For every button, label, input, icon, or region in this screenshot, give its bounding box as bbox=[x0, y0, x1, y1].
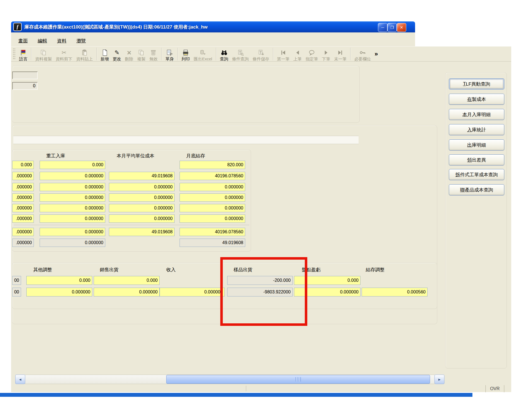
toolbar-button-detail[interactable]: 單身 bbox=[163, 47, 176, 61]
month-end-field[interactable]: 40196.078560 bbox=[180, 228, 245, 236]
toolbar-button-query[interactable]: 查詢 bbox=[218, 47, 230, 61]
export-excel-icon bbox=[199, 49, 206, 56]
menu-item-data[interactable]: 資料 bbox=[57, 38, 66, 44]
record-header-field-1 bbox=[12, 71, 38, 79]
toolbar-separator bbox=[31, 48, 32, 60]
sidebar-button-issue-variance[interactable]: 領出差異 bbox=[449, 154, 504, 165]
menu-item-edit[interactable]: 編輯 bbox=[38, 38, 47, 44]
close-icon[interactable]: ✕ bbox=[397, 23, 406, 32]
h-scrollbar-thumb[interactable] bbox=[166, 375, 430, 384]
sidebar-button-tlf-query[interactable]: TLF異動查詢 bbox=[449, 78, 504, 89]
minimize-icon[interactable]: ─ bbox=[378, 23, 387, 32]
avg-unit-cost-field[interactable]: 0.000000 bbox=[109, 204, 175, 212]
cost-cut-field[interactable]: .000000 bbox=[12, 228, 34, 236]
month-end-field[interactable]: 0.000000 bbox=[180, 204, 245, 212]
other-adjust-field[interactable]: 0.000 bbox=[26, 276, 92, 285]
rework-in-field[interactable]: 0.000000 bbox=[40, 183, 105, 191]
title-bar: f 庫存成本維護作業(axct100)[測試區域-產業別(TW)](ds4) 日… bbox=[11, 21, 415, 32]
rework-in-field[interactable]: 0.000000 bbox=[40, 214, 105, 223]
sidebar-button-coproduct-cost[interactable]: 聯產品成本查詢 bbox=[449, 184, 504, 195]
column-header-avg-unit-cost: 本月平均單位成本 bbox=[117, 153, 154, 159]
scroll-right-arrow-icon[interactable]: ► bbox=[434, 375, 444, 384]
toolbar-button-data-copy: 資料複製 bbox=[33, 47, 54, 61]
toolbar-button-delete: × 刪除 bbox=[123, 47, 135, 61]
cost-cut-field[interactable]: .000000 bbox=[12, 193, 34, 202]
month-end-field[interactable]: 0.000000 bbox=[180, 183, 245, 191]
detail-form-icon bbox=[166, 49, 173, 56]
statusbar-divider bbox=[246, 386, 247, 391]
avg-unit-cost-field[interactable]: 0.000000 bbox=[109, 183, 175, 191]
month-end-field[interactable]: 820.000 bbox=[180, 161, 245, 169]
toolbar-overflow-chevron[interactable]: » bbox=[373, 50, 380, 58]
other-adjust-field[interactable]: 0.000000 bbox=[26, 288, 92, 296]
last-record-icon bbox=[337, 49, 344, 56]
sidebar-button-inbound-stats[interactable]: 入庫統計 bbox=[449, 124, 504, 135]
toolbar-button-language[interactable]: 語言 bbox=[17, 47, 29, 61]
rework-in-field-disabled: 0.000000 bbox=[40, 239, 105, 247]
sidebar-button-wip-cost[interactable]: 在製成本 bbox=[449, 94, 504, 105]
column-header-other-adjust: 其他調整 bbox=[33, 267, 52, 273]
language-flag-icon bbox=[20, 49, 27, 56]
month-end-field[interactable]: 0.000000 bbox=[180, 193, 245, 202]
next-record-icon bbox=[323, 49, 330, 56]
cost-cut-field[interactable]: .000000 bbox=[12, 204, 34, 212]
highlight-red-box bbox=[220, 257, 307, 326]
toolbar-separator bbox=[216, 48, 216, 60]
sidebar-button-month-inbound-detail[interactable]: 本月入庫明細 bbox=[449, 109, 504, 120]
toolbar-button-copy: 複製 bbox=[135, 47, 147, 61]
rework-in-field[interactable]: 0.000000 bbox=[40, 204, 105, 212]
toolbar-button-new[interactable]: 新增 bbox=[99, 47, 111, 61]
toolbar-button-condition-query: 條件查詢 bbox=[230, 47, 251, 61]
cost-cut-field[interactable]: .000000 bbox=[12, 183, 34, 191]
toolbar-button-data-paste: 資料貼上 bbox=[74, 47, 95, 61]
rework-in-field[interactable]: 0.000000 bbox=[40, 172, 105, 180]
menu-item-screen[interactable]: 畫面 bbox=[18, 38, 28, 44]
month-end-field[interactable]: 0.000000 bbox=[180, 214, 245, 223]
toolbar-button-export-excel: 匯出Excel bbox=[192, 47, 214, 61]
sales-ship-field[interactable]: 0.000000 bbox=[94, 288, 160, 296]
avg-unit-cost-field[interactable]: 49.019608 bbox=[109, 172, 175, 180]
required-key-icon bbox=[359, 49, 366, 56]
bottom-blue-bar bbox=[0, 393, 472, 397]
toolbar-separator bbox=[96, 48, 97, 60]
scrollbar-grip-icon bbox=[295, 377, 301, 382]
menu-item-browse[interactable]: 瀏覽 bbox=[76, 38, 86, 44]
avg-unit-cost-field[interactable]: 0.000000 bbox=[109, 193, 175, 202]
cost-cut-field[interactable]: .000000 bbox=[12, 214, 34, 223]
avg-unit-cost-field[interactable]: 49.019608 bbox=[109, 228, 175, 236]
data-copy-icon bbox=[40, 49, 47, 56]
maximize-icon[interactable]: ❐ bbox=[387, 23, 397, 32]
condition-query-icon bbox=[237, 49, 244, 56]
column-header-balance-adjust: 結存調整 bbox=[366, 267, 385, 273]
rework-in-field[interactable]: 0.000000 bbox=[40, 228, 105, 236]
avg-unit-cost-field[interactable]: 0.000000 bbox=[109, 214, 175, 223]
balance-adjust-field[interactable]: 0.000560 bbox=[362, 288, 428, 296]
toolbar-button-last-record: 末一筆 bbox=[332, 47, 349, 61]
menu-bar: 畫面 編輯 資料 瀏覽 bbox=[11, 32, 415, 46]
sidebar-button-disassembly-wo-cost[interactable]: 拆件式工單成本查詢 bbox=[449, 169, 504, 180]
scroll-left-arrow-icon[interactable]: ◄ bbox=[15, 375, 25, 384]
toolbar-grip[interactable] bbox=[13, 48, 16, 60]
cost-cut-field[interactable]: 0.000 bbox=[12, 161, 34, 169]
toolbar-button-prev-record: 上筆 bbox=[291, 47, 304, 61]
ovr-status-badge: OVR bbox=[485, 385, 504, 392]
toolbar-button-print[interactable]: 列印 bbox=[180, 47, 192, 61]
first-record-icon bbox=[280, 49, 287, 56]
new-record-icon bbox=[101, 49, 108, 56]
toolbar-button-invalid: 無效 bbox=[147, 47, 160, 61]
month-end-field-disabled: 49.019608 bbox=[180, 239, 245, 247]
month-end-field[interactable]: 40196.078560 bbox=[180, 172, 245, 180]
sidebar-button-outbound-detail[interactable]: 出庫明細 bbox=[449, 139, 504, 150]
toolbar-button-edit[interactable]: ✎ 更改 bbox=[111, 47, 123, 61]
rework-in-field[interactable]: 0.000000 bbox=[40, 193, 105, 202]
sales-ship-field[interactable]: 0.000 bbox=[94, 276, 160, 285]
toolbar-separator bbox=[161, 48, 162, 60]
toolbar-button-first-record: 第一筆 bbox=[275, 47, 291, 61]
prev-record-icon bbox=[294, 49, 301, 56]
cost-cut-field[interactable]: .000000 bbox=[12, 172, 34, 180]
column-header-sales-ship: 銷售出貨 bbox=[100, 267, 119, 273]
data-paste-icon bbox=[81, 49, 88, 56]
toolbar-separator bbox=[177, 48, 178, 60]
receipt-field[interactable]: 0.000000 bbox=[160, 288, 225, 296]
rework-in-field[interactable]: 0.000 bbox=[40, 161, 105, 169]
